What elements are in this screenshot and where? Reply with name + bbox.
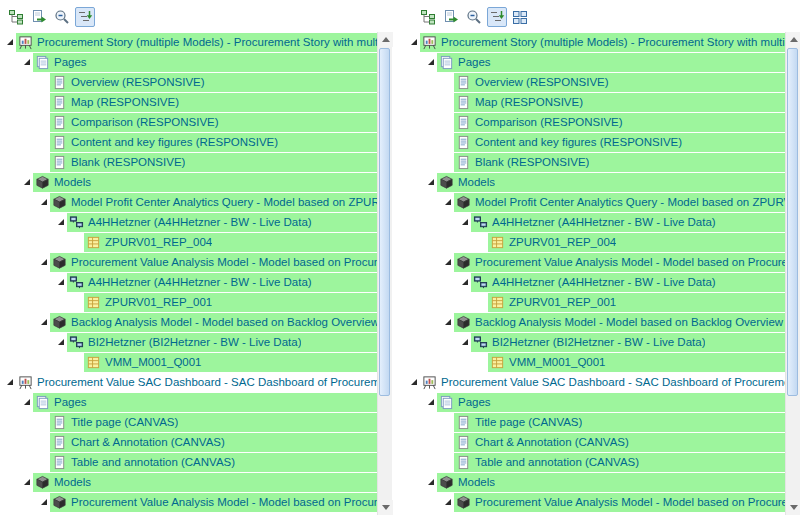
- expand-arrow-icon[interactable]: [3, 37, 16, 47]
- expand-arrow-icon[interactable]: [54, 217, 67, 227]
- tree-item[interactable]: Pages: [437, 393, 785, 412]
- side-by-side-icon[interactable]: [510, 7, 530, 27]
- tree-item[interactable]: Pages: [33, 393, 377, 412]
- tree-row[interactable]: Comparison (RESPONSIVE): [404, 112, 785, 132]
- expand-arrow-icon[interactable]: [37, 497, 50, 507]
- scrollbar-thumb[interactable]: [787, 48, 798, 396]
- tree-row[interactable]: ZPURV01_REP_004: [0, 232, 377, 252]
- expand-arrow-icon[interactable]: [407, 37, 420, 47]
- tree-row[interactable]: Pages: [0, 392, 377, 412]
- tree-row[interactable]: A4HHetzner (A4HHetzner - BW - Live Data): [404, 272, 785, 292]
- tree-row[interactable]: Blank (RESPONSIVE): [0, 152, 377, 172]
- tree-item[interactable]: ZPURV01_REP_001: [84, 293, 377, 312]
- tree-row[interactable]: A4HHetzner (A4HHetzner - BW - Live Data): [0, 212, 377, 232]
- tree-row[interactable]: ZPURV01_REP_004: [404, 232, 785, 252]
- tree-row[interactable]: Pages: [0, 52, 377, 72]
- tree-item[interactable]: ZPURV01_REP_001: [488, 293, 785, 312]
- tree-item[interactable]: Procurement Value Analysis Model - Model…: [454, 493, 785, 512]
- expand-arrow-icon[interactable]: [441, 257, 454, 267]
- tree-item[interactable]: Models: [33, 473, 377, 492]
- tree-item[interactable]: Comparison (RESPONSIVE): [50, 113, 377, 132]
- hierarchy-view-icon[interactable]: [6, 7, 26, 27]
- expand-arrow-icon[interactable]: [54, 277, 67, 287]
- tree-row[interactable]: BI2Hetzner (BI2Hetzner - BW - Live Data): [0, 332, 377, 352]
- tree-item[interactable]: VMM_M001_Q001: [84, 353, 377, 372]
- expand-arrow-icon[interactable]: [441, 497, 454, 507]
- tree-row[interactable]: Content and key figures (RESPONSIVE): [0, 132, 377, 152]
- tree-item[interactable]: Content and key figures (RESPONSIVE): [50, 133, 377, 152]
- tree-row[interactable]: Map (RESPONSIVE): [0, 92, 377, 112]
- tree-item[interactable]: A4HHetzner (A4HHetzner - BW - Live Data): [67, 273, 377, 292]
- tree-row[interactable]: Model Profit Center Analytics Query - Mo…: [404, 192, 785, 212]
- tree-row[interactable]: Chart & Annotation (CANVAS): [404, 432, 785, 452]
- tree-row[interactable]: Procurement Value Analysis Model - Model…: [404, 252, 785, 272]
- tree-row[interactable]: VMM_M001_Q001: [0, 352, 377, 372]
- expand-arrow-icon[interactable]: [54, 337, 67, 347]
- expand-arrow-icon[interactable]: [458, 277, 471, 287]
- sync-editor-icon[interactable]: [29, 7, 49, 27]
- tree-row[interactable]: Models: [0, 472, 377, 492]
- hierarchy-view-icon[interactable]: [418, 7, 438, 27]
- tree-row[interactable]: A4HHetzner (A4HHetzner - BW - Live Data): [0, 272, 377, 292]
- tree-item[interactable]: Title page (CANVAS): [454, 413, 785, 432]
- expand-all-icon[interactable]: [487, 7, 507, 27]
- tree-item[interactable]: Procurement Value SAC Dashboard - SAC Da…: [420, 373, 785, 392]
- tree-item[interactable]: Pages: [33, 53, 377, 72]
- tree-row[interactable]: Content and key figures (RESPONSIVE): [404, 132, 785, 152]
- tree-item[interactable]: Procurement Value Analysis Model - Model…: [50, 253, 377, 272]
- expand-arrow-icon[interactable]: [424, 477, 437, 487]
- tree-item[interactable]: Table and annotation (CANVAS): [454, 453, 785, 472]
- expand-arrow-icon[interactable]: [20, 57, 33, 67]
- tree-item[interactable]: Map (RESPONSIVE): [454, 93, 785, 112]
- tree-row[interactable]: Procurement Value SAC Dashboard - SAC Da…: [404, 372, 785, 392]
- tree-row[interactable]: Title page (CANVAS): [0, 412, 377, 432]
- tree-item[interactable]: ZPURV01_REP_004: [488, 233, 785, 252]
- tree-row[interactable]: Procurement Value Analysis Model - Model…: [404, 492, 785, 512]
- tree-item[interactable]: Backlog Analysis Model - Model based on …: [454, 313, 785, 332]
- tree-row[interactable]: Overview (RESPONSIVE): [0, 72, 377, 92]
- tree-row[interactable]: Map (RESPONSIVE): [404, 92, 785, 112]
- tree-item[interactable]: Title page (CANVAS): [50, 413, 377, 432]
- tree-row[interactable]: Procurement Value Analysis Model - Model…: [0, 492, 377, 512]
- tree-row[interactable]: ZPURV01_REP_001: [404, 292, 785, 312]
- scroll-up-button[interactable]: [786, 32, 800, 47]
- right-vertical-scrollbar[interactable]: [785, 32, 800, 515]
- zoom-out-icon[interactable]: [52, 7, 72, 27]
- tree-item[interactable]: A4HHetzner (A4HHetzner - BW - Live Data): [471, 273, 785, 292]
- tree-item[interactable]: Table and annotation (CANVAS): [50, 453, 377, 472]
- scroll-down-button[interactable]: [786, 500, 800, 515]
- expand-all-icon[interactable]: [75, 7, 95, 27]
- tree-item[interactable]: Models: [437, 173, 785, 192]
- tree-item[interactable]: Procurement Value Analysis Model - Model…: [454, 253, 785, 272]
- tree-row[interactable]: Models: [404, 472, 785, 492]
- tree-row[interactable]: Procurement Story (multiple Models) - Pr…: [0, 32, 377, 52]
- tree-item[interactable]: Chart & Annotation (CANVAS): [454, 433, 785, 452]
- expand-arrow-icon[interactable]: [20, 477, 33, 487]
- expand-arrow-icon[interactable]: [424, 177, 437, 187]
- tree-row[interactable]: Pages: [404, 392, 785, 412]
- tree-row[interactable]: Chart & Annotation (CANVAS): [0, 432, 377, 452]
- expand-arrow-icon[interactable]: [3, 377, 16, 387]
- tree-item[interactable]: Models: [437, 473, 785, 492]
- tree-row[interactable]: VMM_M001_Q001: [404, 352, 785, 372]
- tree-row[interactable]: Title page (CANVAS): [404, 412, 785, 432]
- tree-row[interactable]: ZPURV01_REP_001: [0, 292, 377, 312]
- tree-item[interactable]: Models: [33, 173, 377, 192]
- tree-item[interactable]: Procurement Story (multiple Models) - Pr…: [420, 33, 785, 52]
- tree-item[interactable]: ZPURV01_REP_004: [84, 233, 377, 252]
- tree-item[interactable]: A4HHetzner (A4HHetzner - BW - Live Data): [67, 213, 377, 232]
- tree-item[interactable]: Map (RESPONSIVE): [50, 93, 377, 112]
- tree-row[interactable]: Pages: [404, 52, 785, 72]
- tree-row[interactable]: Models: [404, 172, 785, 192]
- tree-item[interactable]: Overview (RESPONSIVE): [50, 73, 377, 92]
- tree-item[interactable]: BI2Hetzner (BI2Hetzner - BW - Live Data): [471, 333, 785, 352]
- expand-arrow-icon[interactable]: [20, 177, 33, 187]
- expand-arrow-icon[interactable]: [37, 197, 50, 207]
- expand-arrow-icon[interactable]: [441, 197, 454, 207]
- tree-item[interactable]: BI2Hetzner (BI2Hetzner - BW - Live Data): [67, 333, 377, 352]
- zoom-out-icon[interactable]: [464, 7, 484, 27]
- scroll-down-button[interactable]: [378, 500, 393, 515]
- tree-row[interactable]: Backlog Analysis Model - Model based on …: [0, 312, 377, 332]
- tree-item[interactable]: Procurement Value Analysis Model - Model…: [50, 493, 377, 512]
- tree-item[interactable]: Comparison (RESPONSIVE): [454, 113, 785, 132]
